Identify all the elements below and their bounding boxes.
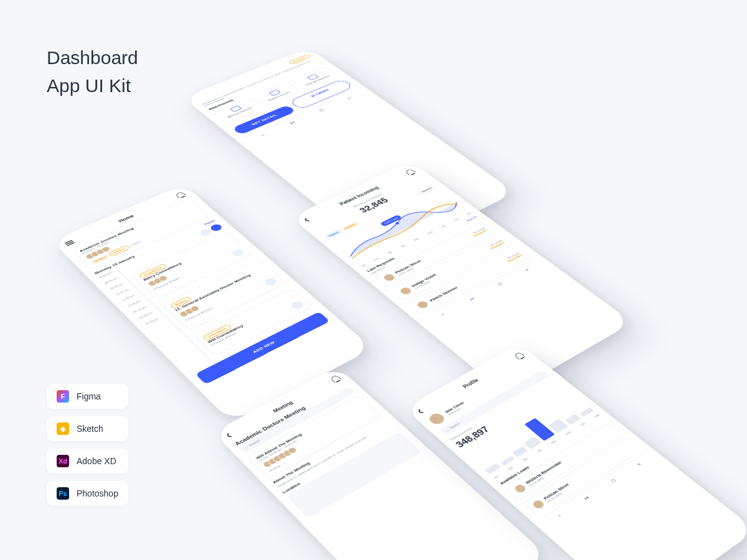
back-icon[interactable] xyxy=(227,433,232,437)
profile-icon[interactable]: ⎋ xyxy=(636,462,642,466)
home-icon[interactable]: ⌂ xyxy=(440,312,446,316)
stats-icon[interactable]: ⫾⫾ xyxy=(583,495,590,501)
bell-icon[interactable] xyxy=(175,192,186,198)
profile-icon[interactable]: ⎋ xyxy=(347,97,352,100)
calendar-icon[interactable]: ▢ xyxy=(497,282,504,286)
profile-icon[interactable]: ⎋ xyxy=(524,268,529,272)
bell-icon[interactable] xyxy=(514,352,525,359)
stats-icon[interactable]: ⫾⫾ xyxy=(468,297,476,302)
bell-icon[interactable] xyxy=(405,169,416,175)
screen-title: Home xyxy=(118,214,135,223)
back-icon[interactable] xyxy=(418,409,423,413)
back-icon[interactable] xyxy=(305,218,311,221)
bell-icon[interactable] xyxy=(330,375,341,383)
search-icon: ⌕ xyxy=(445,428,449,432)
calendar-icon[interactable]: ▢ xyxy=(319,108,325,112)
stats-icon[interactable]: ⫾⫾ xyxy=(289,121,296,124)
go-icon[interactable] xyxy=(209,223,223,232)
home-icon[interactable]: ⌂ xyxy=(557,513,562,518)
msg-icon[interactable] xyxy=(230,248,245,258)
search-icon: ⌕ xyxy=(244,446,248,449)
avatar[interactable] xyxy=(426,411,448,427)
menu-icon[interactable] xyxy=(64,240,76,247)
calendar-icon[interactable]: ▢ xyxy=(610,478,617,483)
home-icon[interactable]: ⌂ xyxy=(260,134,265,137)
msg-icon[interactable] xyxy=(263,277,279,287)
